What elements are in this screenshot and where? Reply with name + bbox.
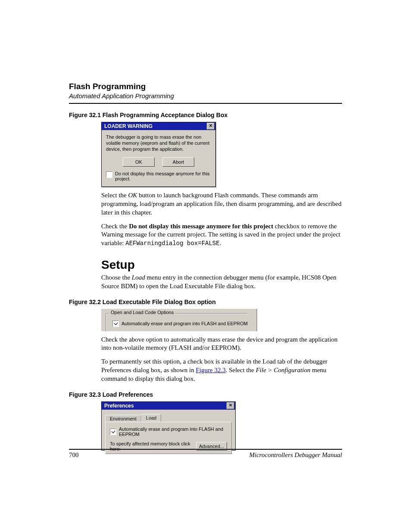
text: .: [220, 240, 221, 246]
auto-erase-label: Automatically erase and program into FLA…: [121, 321, 248, 326]
groupbox-title: Open and Load Code Options: [109, 310, 175, 315]
text: Choose the: [101, 274, 132, 281]
paragraph-5: To permanently set this option, a check …: [69, 358, 342, 383]
tab-environment[interactable]: Environment: [105, 415, 141, 422]
setup-heading: Setup: [69, 258, 342, 272]
loader-warning-dialog: LOADER WARNING ✕ The debugger is going t…: [101, 122, 216, 187]
abort-button[interactable]: Abort: [162, 157, 194, 167]
load-options-groupbox: Open and Load Code Options Automatically…: [101, 309, 257, 331]
text: Select the: [101, 192, 128, 199]
tab-load[interactable]: Load: [141, 414, 161, 422]
figure-caption-1: Figure 32.1 Flash Programming Acceptance…: [69, 112, 342, 118]
figure-2-wrap: Open and Load Code Options Automatically…: [69, 309, 342, 331]
page-footer: 700 Microcontrollers Debugger Manual: [69, 449, 342, 459]
footer-row: 700 Microcontrollers Debugger Manual: [69, 451, 342, 459]
dialog-button-row: OK Abort: [106, 157, 211, 167]
figure-3-wrap: Preferences ✕ Environment Load Automatic…: [69, 401, 342, 451]
load-emphasis: Load: [132, 274, 145, 281]
paragraph-2: Check the Do not display this message an…: [69, 222, 342, 248]
dont-show-label: Do not display this message anymore for …: [115, 171, 211, 181]
menu-emphasis: File > Configuration: [256, 367, 311, 373]
footer-rule: [69, 449, 342, 450]
dialog-title: Preferences: [104, 403, 134, 409]
dialog-body: Environment Load Automatically erase and…: [102, 410, 235, 450]
figure-1-wrap: LOADER WARNING ✕ The debugger is going t…: [69, 122, 342, 187]
figure-caption-2: Figure 32.2 Load Executable File Dialog …: [69, 299, 342, 305]
dialog-titlebar: LOADER WARNING ✕: [102, 122, 215, 130]
dont-show-row: Do not display this message anymore for …: [106, 171, 211, 181]
text: button to launch background Flash comman…: [101, 192, 342, 216]
header-rule: [69, 103, 342, 104]
code-text: AEFWarningdialog box=FALSE: [125, 240, 219, 247]
manual-name: Microcontrollers Debugger Manual: [249, 451, 342, 459]
figure-caption-3: Figure 32.3 Load Preferences: [69, 391, 342, 398]
close-icon[interactable]: ✕: [227, 402, 234, 409]
auto-erase-checkbox[interactable]: [112, 320, 119, 327]
chapter-subtitle: Automated Application Programming: [69, 92, 342, 100]
ok-emphasis: OK: [128, 192, 137, 199]
dialog-message: The debugger is going to mass erase the …: [106, 134, 211, 152]
auto-erase-row: Automatically erase and program into FLA…: [112, 320, 248, 327]
paragraph-1: Select the OK button to launch backgroun…: [69, 191, 342, 217]
tab-strip: Environment Load: [105, 413, 232, 422]
dont-show-checkbox[interactable]: [106, 171, 112, 178]
auto-erase-label: Automatically erase and program into FLA…: [119, 426, 227, 437]
groupbox-border-left: [106, 313, 106, 331]
preferences-dialog: Preferences ✕ Environment Load Automatic…: [101, 401, 236, 451]
auto-erase-row: Automatically erase and program into FLA…: [110, 426, 227, 437]
page: Flash Programming Automated Application …: [0, 0, 411, 532]
text: . Select the: [226, 367, 256, 373]
paragraph-3: Choose the Load menu entry in the connec…: [69, 274, 342, 291]
dialog-body: The debugger is going to mass erase the …: [102, 130, 215, 187]
ok-button[interactable]: OK: [123, 157, 155, 167]
figure-link[interactable]: Figure 32.3: [196, 367, 226, 373]
page-number: 700: [69, 451, 79, 459]
close-icon[interactable]: ✕: [207, 123, 215, 130]
chapter-title: Flash Programming: [69, 82, 342, 91]
bold-text: Do not display this message anymore for …: [129, 223, 273, 230]
dialog-titlebar: Preferences ✕: [102, 402, 235, 410]
paragraph-4: Check the above option to automatically …: [69, 336, 342, 353]
auto-erase-checkbox[interactable]: [110, 429, 116, 435]
text: Check the: [101, 223, 129, 230]
dialog-title: LOADER WARNING: [104, 123, 153, 129]
panel-highlight: [106, 422, 231, 422]
chapter-header: Flash Programming Automated Application …: [69, 82, 342, 104]
